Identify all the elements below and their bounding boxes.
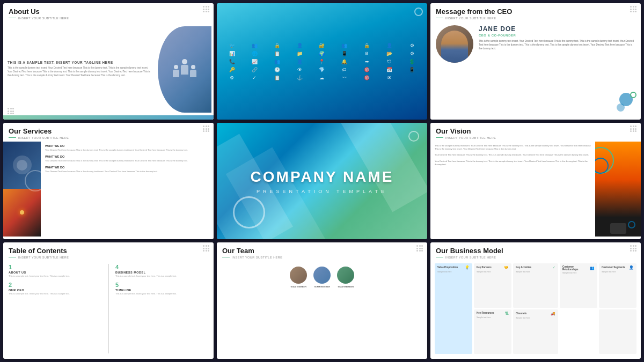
icon-item: ⚙ (402, 51, 422, 56)
ceo-avatar (436, 25, 473, 63)
about-us-subtitle: INSERT YOUR SUBTITLE HERE (9, 17, 69, 20)
bm-customer-rel-title: Customer Relationships (562, 265, 590, 271)
icon-item: ⚙ (402, 43, 422, 48)
services-title: Our Services (9, 127, 69, 136)
toc-item-1: 1 ABOUT US This is a sample text. Insert… (9, 264, 101, 278)
corner-dots-toc (203, 245, 209, 252)
corner-dots-bl-about (8, 108, 14, 114)
corner-dots-team (416, 245, 423, 252)
icon-item: 📞 (222, 59, 242, 64)
icon-item: 🌍 (312, 51, 332, 56)
toc-column-right: 4 BUSINESS MODEL This is a sample text. … (115, 264, 208, 353)
icon-item: 📱 (402, 67, 422, 72)
toc-column-left: 1 ABOUT US This is a sample text. Insert… (9, 264, 101, 353)
toc-title-1: ABOUT US (9, 271, 101, 274)
icon-item: ➡ (357, 59, 377, 64)
vision-para-3: Your Desired Text here because This is t… (435, 160, 591, 167)
toc-title: Table of Contents (9, 247, 69, 255)
bm-key-activities: Key Activities ✓ Sample text here (513, 263, 558, 308)
toc-num-4: 5 (115, 282, 208, 288)
bm-customer-rel-icon: 👥 (590, 266, 595, 270)
toc-title-3: BUSINESS MODEL (115, 271, 208, 274)
team-member-2: TEAM MEMBER (313, 267, 331, 288)
icon-item: 📅 (379, 67, 399, 72)
bm-empty (599, 309, 636, 354)
business-subtitle: INSERT YOUR SUBTITLE HERE (436, 256, 503, 259)
company-name: COMPANY NAME (251, 168, 394, 186)
icon-item: 🔒 (357, 43, 377, 48)
vision-para-2: Your Desired Text here because This is t… (435, 153, 591, 157)
icon-item: 🔗 (245, 67, 265, 72)
ceo-title: CEO & CO-FOUNDER (479, 34, 635, 37)
toc-subtitle: INSERT YOUR SUBTITLE HERE (9, 256, 69, 259)
toc-item-2: 2 OUR CEO This is a sample text. Insert … (9, 282, 101, 295)
service-item-2-title: WHAT WE DO (45, 155, 209, 158)
corner-dots-business (630, 245, 636, 252)
bm-key-activities-text: Sample text here (516, 271, 555, 274)
service-item-3-title: WHAT WE DO (45, 166, 209, 169)
icon-item: 📍 (312, 59, 332, 64)
icon-item: 💲 (402, 59, 422, 64)
slide-services: Our Services INSERT YOUR SUBTITLE HERE (3, 123, 214, 239)
about-image (158, 26, 211, 113)
services-subtitle: INSERT YOUR SUBTITLE HERE (9, 136, 69, 139)
ceo-text: This is the sample dummy text insert. Yo… (479, 39, 635, 51)
bm-channels-icon: 🚚 (551, 312, 555, 316)
services-items: WHAT WE DO Your Desired Text here becaus… (41, 142, 214, 237)
team-subtitle: INSERT YOUR SUBTITLE HERE (222, 256, 282, 259)
bm-value-proposition-icon: 💡 (465, 265, 470, 270)
bm-key-resources-icon: 🏗 (505, 312, 509, 315)
icon-item: 👥 (334, 43, 354, 48)
slide-ceo: Message from the CEO INSERT YOUR SUBTITL… (430, 3, 641, 120)
bm-channels-title: Channels (516, 312, 526, 315)
services-images (3, 142, 41, 237)
ceo-slide-title: Message from the CEO (436, 8, 512, 16)
center-circle-deco (233, 196, 265, 228)
center-circle-tr (408, 131, 419, 142)
vision-subtitle: INSERT YOUR SUBTITLE HERE (436, 136, 496, 139)
toc-divider (108, 264, 109, 353)
icon-item: ✉ (379, 75, 399, 80)
icon-item: ☁ (312, 75, 332, 80)
bm-value-proposition-title: Value Proposition (437, 266, 458, 269)
icon-item (402, 75, 422, 80)
about-text-area: THIS IS A SAMPLE TEXT. INSERT YOUR TAGLI… (3, 22, 158, 117)
icon-item: 📊 (222, 51, 242, 56)
team-member-3: TEAM MEMBER (337, 267, 354, 288)
icon-item: 📋 (267, 51, 287, 56)
icon-item: 🔔 (334, 59, 354, 64)
icon-item: 👥 (245, 43, 265, 48)
toc-item-3: 4 BUSINESS MODEL This is a sample text. … (115, 264, 208, 278)
toc-title-2: OUR CEO (9, 289, 101, 292)
icon-item: 🌐 (245, 51, 265, 56)
bm-customer-seg: Customer Segments 👤 Sample text here (599, 263, 636, 308)
icon-item: 👤 (379, 43, 399, 48)
bm-customer-seg-title: Customer Segments (602, 266, 625, 269)
ceo-info: JANE DOE CEO & CO-FOUNDER This is the sa… (479, 25, 635, 114)
toc-num-2: 2 (9, 282, 101, 288)
icon-item: 🎯 (357, 75, 377, 80)
icon-item: 📱 (334, 51, 354, 56)
slide-about-us: About Us INSERT YOUR SUBTITLE HERE THIS … (3, 3, 214, 120)
icon-item: 🏷 (334, 67, 354, 72)
presentation-template: PRESENTATION TEMPLATE (257, 189, 387, 194)
toc-item-4: 5 TIMELINE This is a sample text. Insert… (115, 282, 208, 295)
bm-key-activities-icon: ✓ (552, 265, 555, 270)
vision-text-area: This is the sample dummy text insert. Yo… (430, 142, 595, 237)
slide-vision: Our Vision INSERT YOUR SUBTITLE HERE Thi… (430, 123, 641, 239)
icon-item: 🔑 (222, 67, 242, 72)
vision-para-1: This is the sample dummy text insert. Yo… (435, 144, 591, 151)
toc-text-4: This is a sample text. Insert your text … (115, 292, 208, 295)
icon-item: 🐦 (222, 43, 242, 48)
bm-key-resources-title: Key Resources (477, 312, 494, 314)
bm-key-resources-text: Sample text here (477, 316, 509, 319)
icon-item: 🛡 (379, 59, 399, 64)
icon-item: 🔐 (312, 43, 332, 48)
icon-item: 👁 (290, 67, 310, 72)
icon-item: 🔒 (267, 43, 287, 48)
bm-key-resources: Key Resources 🏗 Sample text here (474, 309, 511, 354)
icon-item: 💎 (312, 67, 332, 72)
icon-item: 📋 (267, 75, 287, 80)
vision-title: Our Vision (436, 127, 496, 136)
vision-deco-circle (628, 221, 635, 228)
